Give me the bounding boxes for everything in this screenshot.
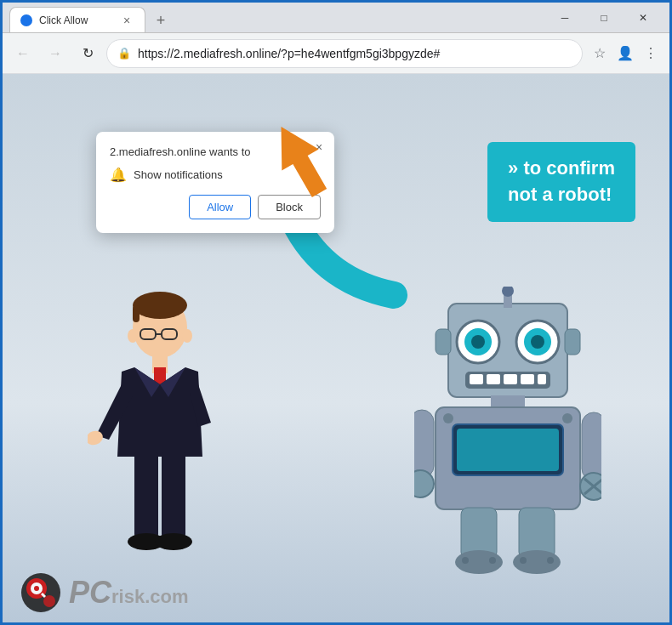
- svg-rect-40: [414, 410, 434, 478]
- svg-rect-32: [521, 374, 534, 384]
- refresh-button[interactable]: ↻: [74, 40, 101, 67]
- svg-point-52: [520, 557, 527, 564]
- svg-point-23: [531, 335, 544, 349]
- allow-button[interactable]: Allow: [189, 195, 251, 219]
- new-tab-button[interactable]: +: [149, 9, 173, 32]
- svg-point-41: [414, 470, 434, 497]
- tab-title: Click Allow: [39, 14, 88, 26]
- minimize-button[interactable]: ─: [545, 4, 584, 31]
- svg-point-57: [34, 586, 39, 591]
- svg-rect-26: [436, 329, 451, 355]
- svg-point-53: [547, 557, 554, 564]
- svg-point-43: [580, 473, 601, 500]
- svg-rect-31: [504, 374, 517, 384]
- svg-point-8: [128, 329, 138, 343]
- svg-rect-30: [487, 374, 500, 384]
- scene-background: » to confirm not a robot! ×: [3, 74, 669, 622]
- active-tab[interactable]: Click Allow ×: [9, 7, 145, 32]
- banner-line1: » to confirm: [508, 156, 615, 182]
- svg-point-22: [471, 335, 485, 349]
- browser-window: Click Allow × + ─ □ ✕ ← → ↻ 🔒 https://2.…: [3, 3, 669, 622]
- address-bar[interactable]: 🔒 https://2.mediafresh.online/?p=he4went…: [106, 39, 583, 68]
- banner-line2: not a robot!: [508, 182, 615, 208]
- svg-point-16: [155, 533, 192, 550]
- bell-icon: 🔔: [110, 167, 127, 183]
- toolbar: ← → ↻ 🔒 https://2.mediafresh.online/?p=h…: [3, 33, 669, 74]
- maximize-button[interactable]: □: [584, 4, 624, 31]
- title-bar: Click Allow × + ─ □ ✕: [3, 3, 669, 33]
- teal-banner: » to confirm not a robot!: [487, 142, 635, 222]
- toolbar-right: ☆ 👤 ⋮: [588, 42, 663, 65]
- watermark: PCrisk.com: [20, 571, 189, 614]
- lock-icon: 🔒: [117, 47, 131, 60]
- svg-rect-42: [582, 412, 601, 480]
- svg-rect-29: [470, 374, 483, 384]
- svg-rect-13: [134, 452, 158, 537]
- close-button[interactable]: ✕: [624, 4, 663, 31]
- person-graphic: [88, 287, 232, 576]
- url-text: https://2.mediafresh.online/?p=he4wentfg…: [138, 47, 572, 60]
- svg-rect-37: [457, 429, 559, 471]
- svg-point-51: [489, 557, 496, 564]
- svg-point-9: [182, 329, 192, 343]
- orange-arrow-graphic: [266, 122, 334, 202]
- svg-rect-14: [162, 452, 185, 537]
- menu-icon[interactable]: ⋮: [639, 42, 663, 65]
- svg-point-38: [443, 413, 453, 423]
- page-content: » to confirm not a robot! ×: [3, 74, 669, 622]
- svg-point-49: [513, 550, 561, 574]
- tab-area: Click Allow × +: [9, 3, 535, 32]
- bookmark-icon[interactable]: ☆: [588, 42, 612, 65]
- tab-favicon: [20, 14, 32, 26]
- svg-point-39: [562, 413, 572, 423]
- robot-graphic: [414, 287, 601, 576]
- window-controls: ─ □ ✕: [545, 4, 663, 31]
- svg-point-50: [462, 557, 469, 564]
- svg-point-3: [133, 292, 187, 319]
- forward-button[interactable]: →: [42, 40, 69, 67]
- popup-notification-label: Show notifications: [134, 168, 223, 181]
- svg-rect-4: [133, 305, 140, 322]
- tab-close-button[interactable]: ×: [119, 13, 134, 28]
- watermark-text: PCrisk.com: [69, 575, 189, 611]
- svg-point-48: [455, 550, 503, 574]
- pcrisk-logo-icon: [20, 571, 62, 614]
- svg-rect-27: [565, 329, 580, 355]
- svg-marker-1: [266, 122, 334, 198]
- svg-rect-33: [538, 374, 546, 384]
- back-button[interactable]: ←: [9, 40, 37, 67]
- svg-point-58: [43, 595, 55, 607]
- account-icon[interactable]: 👤: [613, 42, 637, 65]
